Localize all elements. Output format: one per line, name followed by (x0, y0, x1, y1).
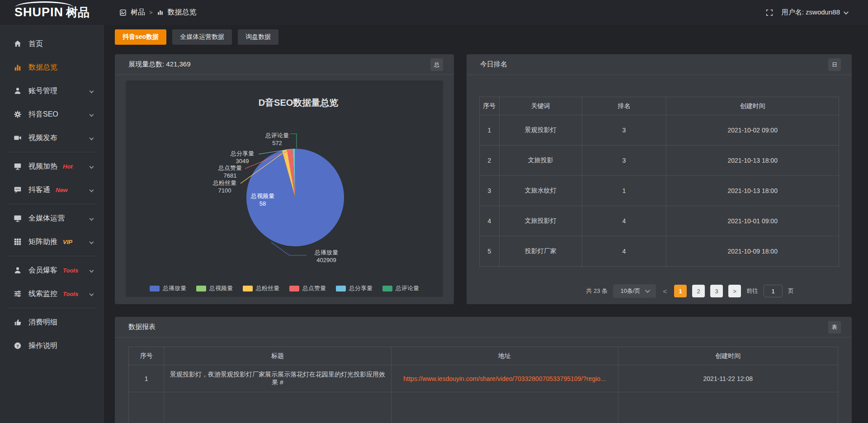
breadcrumb-item[interactable]: 树品 (131, 8, 145, 17)
table-row: 3文旅水纹灯12021-10-13 18:00 (480, 176, 839, 206)
menu-badge-tools: Tools (63, 291, 78, 297)
goto-page-input[interactable] (764, 285, 783, 297)
breadcrumb: 树品 > 数据总览 (119, 0, 197, 25)
logo-arc (15, 1, 73, 13)
username-label: 用户名: zswodun88 (782, 8, 840, 17)
report-badge-table[interactable]: 表 (828, 321, 841, 334)
chat-bubble-icon (14, 186, 22, 194)
sidebar-item-matrix-boost[interactable]: 矩阵助推 VIP (0, 230, 104, 254)
pie-label-video: 总视频量58 (251, 192, 274, 207)
chevron-down-icon (90, 188, 94, 192)
menu-badge-new: New (56, 187, 68, 193)
tab-douyin-seo-data[interactable]: 抖音seo数据 (115, 29, 166, 45)
monitor-icon (14, 162, 22, 170)
prev-page-button[interactable]: < (661, 287, 669, 295)
page-button-3[interactable]: 3 (710, 285, 723, 297)
table-row: 1 景观投影灯，夜游景观投影灯厂家展示展示落花灯在花园里的灯光投影应用效果 # … (129, 365, 838, 392)
chevron-down-icon (90, 216, 94, 221)
sidebar-divider (8, 152, 96, 152)
legend-swatch (196, 286, 206, 291)
chevron-down-icon (90, 89, 94, 93)
fullscreen-icon[interactable] (765, 9, 774, 17)
thumbs-up-icon (14, 318, 22, 326)
report-table-header: 序号 标题 地址 创建时间 (129, 347, 838, 365)
legend-item-fans[interactable]: 总粉丝量 (243, 284, 279, 292)
legend-item-share[interactable]: 总分享量 (336, 284, 373, 292)
rank-table-header: 序号 关键词 排名 创建时间 (480, 97, 839, 115)
sidebar-divider (8, 256, 96, 256)
leader-line-comment (290, 134, 297, 148)
chevron-down-icon (90, 268, 94, 273)
tab-inquiry-data[interactable]: 询盘数据 (238, 29, 278, 45)
rank-card-title: 今日排名 (480, 60, 507, 69)
menu-badge-vip: VIP (63, 239, 72, 245)
breadcrumb-separator: > (149, 9, 153, 16)
sidebar-item-video-heat[interactable]: 视频加热 Hot (0, 155, 104, 178)
chevron-down-icon (90, 291, 94, 296)
breadcrumb-chart-icon (157, 9, 164, 16)
legend-swatch (382, 286, 392, 291)
sidebar-item-clue-monitor[interactable]: 线索监控 Tools (0, 282, 104, 306)
home-icon (14, 40, 22, 48)
chart-title: D音SEO数据量总览 (259, 97, 339, 109)
legend-swatch (150, 286, 160, 291)
pie-label-like: 总点赞量7681 (218, 164, 242, 179)
sidebar: 首页 数据总览 账号管理 抖音SEO 视频发布 视频加热 Hot 抖客通 New… (0, 25, 104, 423)
pagination-total: 共 23 条 (586, 287, 608, 295)
chevron-down-icon (844, 9, 849, 14)
sidebar-item-doukertong[interactable]: 抖客通 New (0, 178, 104, 202)
breadcrumb-item-current[interactable]: 数据总览 (168, 8, 197, 17)
goto-suffix: 页 (788, 287, 794, 295)
rank-badge-day[interactable]: 日 (828, 58, 841, 71)
sidebar-item-data-overview[interactable]: 数据总览 (0, 56, 104, 79)
user-menu[interactable]: 用户名: zswodun88 (782, 8, 847, 17)
legend-item-like[interactable]: 总点赞量 (289, 284, 326, 292)
legend-swatch (243, 286, 253, 291)
pagination: 共 23 条 10条/页 < 1 2 3 > 前往 页 (586, 284, 794, 298)
sidebar-item-account[interactable]: 账号管理 (0, 79, 104, 103)
svg-text:?: ? (16, 343, 19, 348)
page-button-2[interactable]: 2 (692, 285, 705, 297)
sidebar-item-home[interactable]: 首页 (0, 32, 104, 56)
page-button-1[interactable]: 1 (674, 285, 687, 297)
pie-label-play: 总播放量402909 (315, 249, 338, 264)
next-page-button[interactable]: > (728, 285, 741, 297)
user-icon (14, 87, 22, 95)
video-camera-icon (14, 134, 22, 142)
table-row-partial (129, 392, 838, 423)
goto-label: 前往 (746, 287, 758, 295)
legend-item-comment[interactable]: 总评论量 (382, 284, 419, 292)
sidebar-item-media-operation[interactable]: 全媒体运营 (0, 207, 104, 230)
bar-chart-icon (14, 63, 22, 71)
pie-chart: D音SEO数据量总览 总评论量572 总分享量3049 总点赞量7681 总粉丝… (126, 80, 443, 297)
sidebar-item-consume-detail[interactable]: 消费明细 (0, 310, 104, 334)
pie-chart-svg (126, 80, 443, 297)
legend-item-video[interactable]: 总视频量 (196, 284, 233, 292)
chevron-down-icon (90, 240, 94, 244)
overview-card-title: 展现量总数: 421,369 (128, 60, 191, 69)
chart-legend: 总播放量 总视频量 总粉丝量 总点赞量 总分享量 总评论量 (126, 284, 443, 292)
legend-swatch (289, 286, 299, 291)
sidebar-item-douyin-seo[interactable]: 抖音SEO (0, 103, 104, 126)
member-icon (14, 266, 22, 274)
overview-card: 展现量总数: 421,369 总 D音SEO数据量总览 总评论量572 总分享量… (115, 54, 454, 304)
sidebar-item-member-burst[interactable]: 会员爆客 Tools (0, 258, 104, 282)
legend-item-play[interactable]: 总播放量 (150, 284, 186, 292)
report-video-link[interactable]: https://www.iesdouyin.com/share/video/70… (395, 375, 614, 382)
page-size-select[interactable]: 10条/页 (613, 284, 656, 298)
tab-media-operation-data[interactable]: 全媒体运营数据 (172, 29, 232, 45)
sidebar-item-video-publish[interactable]: 视频发布 (0, 126, 104, 150)
pie-label-comment: 总评论量572 (265, 132, 289, 147)
sidebar-divider (8, 204, 96, 204)
chevron-down-icon (90, 136, 94, 140)
sidebar-item-help[interactable]: ? 操作说明 (0, 334, 104, 357)
overview-badge-total[interactable]: 总 (430, 58, 443, 71)
brand-logo: SHUPIN 树品 (0, 0, 104, 25)
report-card-title: 数据报表 (128, 323, 156, 331)
chevron-down-icon (90, 112, 94, 117)
question-circle-icon: ? (14, 342, 22, 350)
legend-swatch (336, 286, 346, 291)
screen-icon (14, 214, 22, 222)
today-rank-card: 今日排名 日 序号 关键词 排名 创建时间 1景观投影灯32021-10-02 … (467, 54, 852, 304)
data-report-card: 数据报表 表 序号 标题 地址 创建时间 1 景观投影灯，夜游景观投影灯厂家展示… (115, 317, 852, 423)
